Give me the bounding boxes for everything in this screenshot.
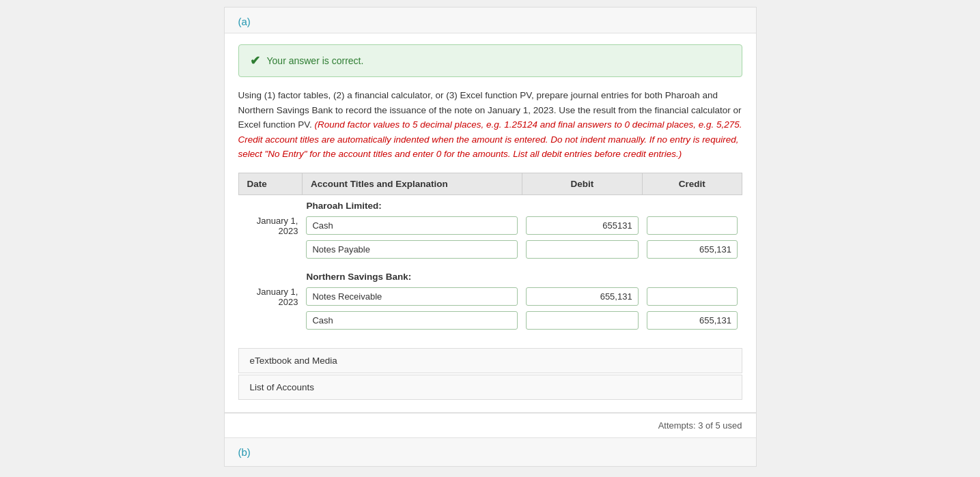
northern-credit-1-cell[interactable] <box>643 285 742 309</box>
northern-account-2-cell[interactable] <box>302 309 522 332</box>
northern-label: Northern Savings Bank: <box>302 266 742 285</box>
journal-table: Date Account Titles and Explanation Debi… <box>238 173 742 337</box>
pharoah-section-header: Pharoah Limited: <box>238 194 742 214</box>
pharoah-debit-1-input[interactable] <box>526 216 638 235</box>
pharoah-account-2-cell[interactable] <box>302 238 522 261</box>
etextbook-button[interactable]: eTextbook and Media <box>238 348 742 373</box>
pharoah-debit-2-input[interactable] <box>526 240 638 259</box>
table-row: January 1,2023 <box>238 214 742 238</box>
col-account-header: Account Titles and Explanation <box>302 173 522 194</box>
northern-account-1-cell[interactable] <box>302 285 522 309</box>
northern-debit-2-input[interactable] <box>526 311 638 330</box>
pharoah-debit-1-cell[interactable] <box>522 214 642 238</box>
col-credit-header: Credit <box>643 173 742 194</box>
attempts-row: Attempts: 3 of 5 used <box>225 413 756 437</box>
section-b-label: (b) <box>225 437 756 466</box>
pharoah-label: Pharoah Limited: <box>302 194 742 214</box>
pharoah-debit-2-cell[interactable] <box>522 238 642 261</box>
col-debit-header: Debit <box>522 173 642 194</box>
northern-credit-1-input[interactable] <box>647 287 738 306</box>
northern-credit-2-cell[interactable] <box>643 309 742 332</box>
attempts-text: Attempts: 3 of 5 used <box>658 420 742 431</box>
list-accounts-button[interactable]: List of Accounts <box>238 375 742 400</box>
northern-section-header: Northern Savings Bank: <box>238 266 742 285</box>
pharoah-account-1-input[interactable] <box>306 216 518 235</box>
northern-account-1-input[interactable] <box>306 287 518 306</box>
pharoah-credit-1-cell[interactable] <box>643 214 742 238</box>
section-a-label: (a) <box>225 8 756 33</box>
pharoah-account-1-cell[interactable] <box>302 214 522 238</box>
northern-debit-1-input[interactable] <box>526 287 638 306</box>
table-row: January 1,2023 <box>238 285 742 309</box>
pharoah-credit-2-input[interactable] <box>647 240 738 259</box>
northern-credit-2-input[interactable] <box>647 311 738 330</box>
table-row <box>238 309 742 332</box>
pharoah-account-2-input[interactable] <box>306 240 518 259</box>
checkmark-icon: ✔ <box>250 53 260 68</box>
success-banner: ✔ Your answer is correct. <box>238 44 742 77</box>
pharoah-date: January 1,2023 <box>238 214 302 238</box>
instructions: Using (1) factor tables, (2) a financial… <box>238 88 742 162</box>
northern-account-2-input[interactable] <box>306 311 518 330</box>
col-date-header: Date <box>238 173 302 194</box>
northern-debit-1-cell[interactable] <box>522 285 642 309</box>
pharoah-credit-2-cell[interactable] <box>643 238 742 261</box>
table-row <box>238 238 742 261</box>
success-message: Your answer is correct. <box>267 55 364 66</box>
instructions-red: (Round factor values to 5 decimal places… <box>238 119 742 159</box>
pharoah-credit-1-input[interactable] <box>647 216 738 235</box>
northern-debit-2-cell[interactable] <box>522 309 642 332</box>
northern-date: January 1,2023 <box>238 285 302 309</box>
